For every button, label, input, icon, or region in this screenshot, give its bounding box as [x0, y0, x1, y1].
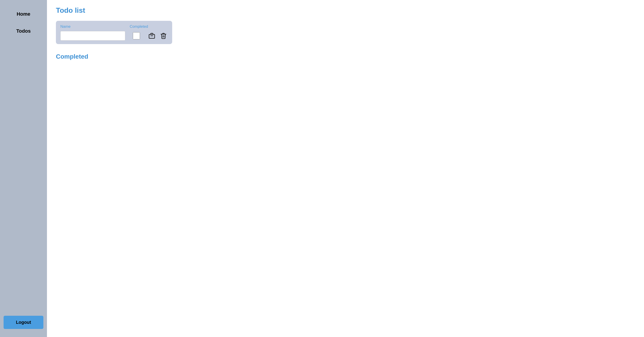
action-icons: [148, 32, 168, 40]
sidebar-item-home[interactable]: Home: [0, 9, 47, 19]
name-column-header: Name: [60, 24, 125, 29]
delete-button[interactable]: [159, 32, 168, 40]
todo-completed-checkbox[interactable]: [133, 32, 140, 39]
todo-header-row: Name Completed: [60, 24, 168, 29]
page-title: Todo list: [56, 6, 635, 15]
svg-rect-0: [149, 35, 155, 39]
trash-icon: [160, 33, 167, 39]
sidebar: Home Todos Logout: [0, 0, 47, 337]
briefcase-icon: [148, 33, 155, 39]
main-content: Todo list Name Completed: [47, 0, 644, 337]
completed-section-title: Completed: [56, 53, 635, 60]
save-button[interactable]: [148, 32, 156, 40]
completed-column-header: Completed: [130, 24, 148, 29]
sidebar-item-todos[interactable]: Todos: [0, 26, 47, 36]
sidebar-nav: Home Todos: [0, 5, 47, 312]
todo-row: [60, 31, 168, 41]
logout-button[interactable]: Logout: [4, 316, 44, 329]
todo-table: Name Completed: [56, 21, 172, 44]
todo-name-input[interactable]: [60, 31, 125, 41]
